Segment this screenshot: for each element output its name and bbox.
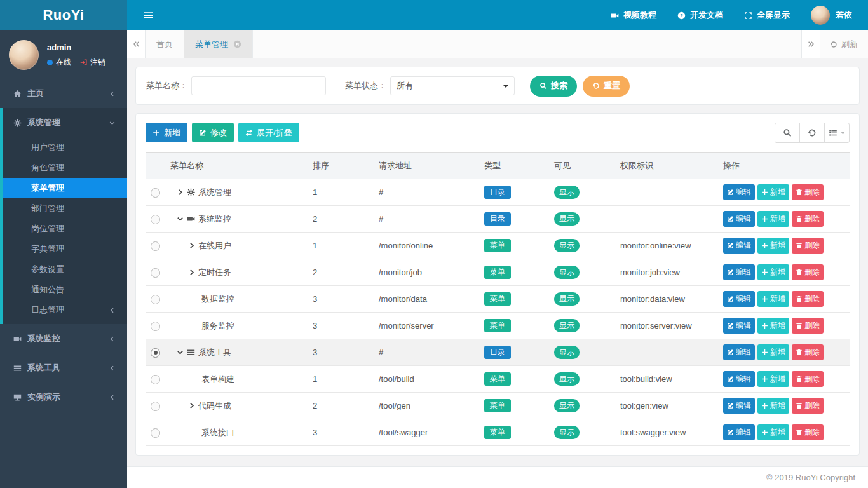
sidebar-item-system-tools[interactable]: 系统工具 — [0, 353, 127, 383]
sidebar-subitem-dict-mgmt[interactable]: 字典管理 — [3, 239, 127, 259]
column-header: 菜单名称 — [165, 153, 308, 179]
row-delete-button[interactable]: 删除 — [792, 344, 824, 360]
add-button[interactable]: 新增 — [146, 123, 187, 142]
logout-button[interactable]: 注销 — [80, 57, 105, 68]
row-add-button[interactable]: 新增 — [757, 238, 789, 254]
table-row[interactable]: 系统工具3#目录显示编辑新增删除 — [146, 339, 850, 366]
table-row[interactable]: 服务监控3/monitor/server菜单显示monitor:server:v… — [146, 313, 850, 339]
tab-menu-mgmt[interactable]: 菜单管理 — [184, 30, 253, 58]
row-delete-button[interactable]: 删除 — [792, 211, 824, 227]
sidebar-subitem-role-mgmt[interactable]: 角色管理 — [3, 158, 127, 178]
row-edit-button[interactable]: 编辑 — [723, 398, 755, 414]
row-add-button[interactable]: 新增 — [757, 264, 789, 280]
header-link-video-tutorial[interactable]: 视频教程 — [611, 10, 656, 21]
sidebar-subitem-log-mgmt[interactable]: 日志管理 — [3, 300, 127, 320]
row-radio[interactable] — [151, 215, 160, 224]
sidebar-subitem-dept-mgmt[interactable]: 部门管理 — [3, 198, 127, 219]
sidebar-subitem-notice[interactable]: 通知公告 — [3, 280, 127, 300]
row-radio[interactable] — [151, 295, 160, 304]
row-radio[interactable] — [151, 322, 160, 331]
tab-home[interactable]: 首页 — [146, 30, 184, 58]
row-edit-button[interactable]: 编辑 — [723, 291, 755, 307]
row-add-button[interactable]: 新增 — [757, 344, 789, 360]
menu-name: 表单构建 — [201, 374, 234, 385]
search-panel: 菜单名称： 菜单状态： 所有 搜索 重置 — [135, 67, 860, 105]
sidebar-subitem-user-mgmt[interactable]: 用户管理 — [3, 137, 127, 158]
sidebar-item-system-admin[interactable]: 系统管理 — [3, 108, 127, 137]
row-add-button[interactable]: 新增 — [757, 424, 789, 440]
row-radio[interactable] — [151, 375, 160, 384]
row-edit-button[interactable]: 编辑 — [723, 344, 755, 360]
search-button[interactable]: 搜索 — [530, 76, 577, 97]
header-link-fullscreen[interactable]: 全屏显示 — [744, 10, 790, 21]
row-edit-button[interactable]: 编辑 — [723, 424, 755, 440]
row-radio[interactable] — [151, 348, 160, 358]
row-delete-button[interactable]: 删除 — [792, 371, 824, 387]
row-add-button[interactable]: 新增 — [757, 371, 789, 387]
table-row[interactable]: 定时任务2/monitor/job菜单显示monitor:job:view编辑新… — [146, 259, 850, 286]
row-edit-button[interactable]: 编辑 — [723, 184, 755, 200]
menu-status-select[interactable]: 所有 — [390, 76, 515, 95]
row-edit-button[interactable]: 编辑 — [723, 238, 755, 254]
sidebar-item-demo[interactable]: 实例演示 — [0, 383, 127, 412]
table-row[interactable]: 代码生成2/tool/gen菜单显示tool:gen:view编辑新增删除 — [146, 393, 850, 419]
table-row[interactable]: 系统管理1#目录显示编辑新增删除 — [146, 179, 850, 206]
edit-button[interactable]: 修改 — [192, 123, 234, 142]
row-delete-button[interactable]: 删除 — [792, 291, 824, 307]
reset-button[interactable]: 重置 — [583, 76, 630, 97]
table-row[interactable]: 表单构建1/tool/build菜单显示tool:build:view编辑新增删… — [146, 366, 850, 393]
plus-icon — [153, 129, 160, 137]
row-delete-button[interactable]: 删除 — [792, 398, 824, 414]
sidebar-subitem-post-mgmt[interactable]: 岗位管理 — [3, 219, 127, 239]
row-add-button[interactable]: 新增 — [757, 291, 789, 307]
tab-refresh-button[interactable]: 刷新 — [820, 30, 868, 58]
table-row[interactable]: 数据监控3/monitor/data菜单显示monitor:data:view编… — [146, 286, 850, 313]
table-refresh-button[interactable] — [799, 123, 825, 143]
logout-icon — [80, 58, 88, 66]
app-root: RuoYi admin 在线 注销 主页系统管理用户管理角色管理菜单管理部门管理… — [0, 0, 868, 488]
sidebar-subitem-param-settings[interactable]: 参数设置 — [3, 259, 127, 280]
row-add-button[interactable]: 新增 — [757, 184, 789, 200]
avatar-small — [811, 6, 830, 25]
row-add-button[interactable]: 新增 — [757, 318, 789, 334]
row-delete-button[interactable]: 删除 — [792, 318, 824, 334]
row-radio[interactable] — [151, 428, 160, 438]
menu-url: /monitor/data — [374, 286, 479, 313]
row-delete-button[interactable]: 删除 — [792, 238, 824, 254]
sidebar-toggle-button[interactable] — [143, 10, 153, 20]
row-edit-button[interactable]: 编辑 — [723, 371, 755, 387]
tabs-scroll-right-button[interactable] — [801, 30, 820, 58]
table-panel: 新增 修改 展开/折叠 — [135, 113, 860, 456]
avatar[interactable] — [9, 40, 39, 70]
sidebar-item-home[interactable]: 主页 — [0, 79, 127, 108]
row-edit-button[interactable]: 编辑 — [723, 318, 755, 334]
header-link-dev-docs[interactable]: ?开发文档 — [677, 10, 723, 21]
row-edit-button[interactable]: 编辑 — [723, 211, 755, 227]
header-user[interactable]: 若依 — [811, 6, 852, 25]
table-search-toggle-button[interactable] — [775, 123, 800, 143]
menu-perms: monitor:data:view — [615, 286, 718, 313]
row-delete-button[interactable]: 删除 — [792, 264, 824, 280]
type-badge: 菜单 — [484, 266, 511, 279]
row-radio[interactable] — [151, 188, 160, 198]
table-row[interactable]: 系统接口3/tool/swagger菜单显示tool:swagger:view编… — [146, 419, 850, 446]
row-delete-button[interactable]: 删除 — [792, 184, 824, 200]
row-add-button[interactable]: 新增 — [757, 211, 789, 227]
menu-url: /tool/build — [374, 366, 479, 393]
row-edit-button[interactable]: 编辑 — [723, 264, 755, 280]
tab-close-button[interactable] — [233, 40, 241, 48]
row-radio[interactable] — [151, 241, 160, 251]
menu-name-input[interactable] — [191, 76, 326, 95]
row-radio[interactable] — [151, 402, 160, 411]
app-logo[interactable]: RuoYi — [0, 0, 127, 30]
sidebar-subitem-menu-mgmt[interactable]: 菜单管理 — [3, 178, 127, 198]
table-row[interactable]: 在线用户1/monitor/online菜单显示monitor:online:v… — [146, 233, 850, 259]
sidebar-item-system-monitor[interactable]: 系统监控 — [0, 324, 127, 353]
table-columns-button[interactable] — [824, 123, 850, 143]
expand-collapse-button[interactable]: 展开/折叠 — [238, 123, 299, 142]
table-row[interactable]: 系统监控2#目录显示编辑新增删除 — [146, 206, 850, 233]
row-radio[interactable] — [151, 268, 160, 278]
row-add-button[interactable]: 新增 — [757, 398, 789, 414]
tabs-scroll-left-button[interactable] — [127, 30, 146, 58]
row-delete-button[interactable]: 删除 — [792, 424, 824, 440]
